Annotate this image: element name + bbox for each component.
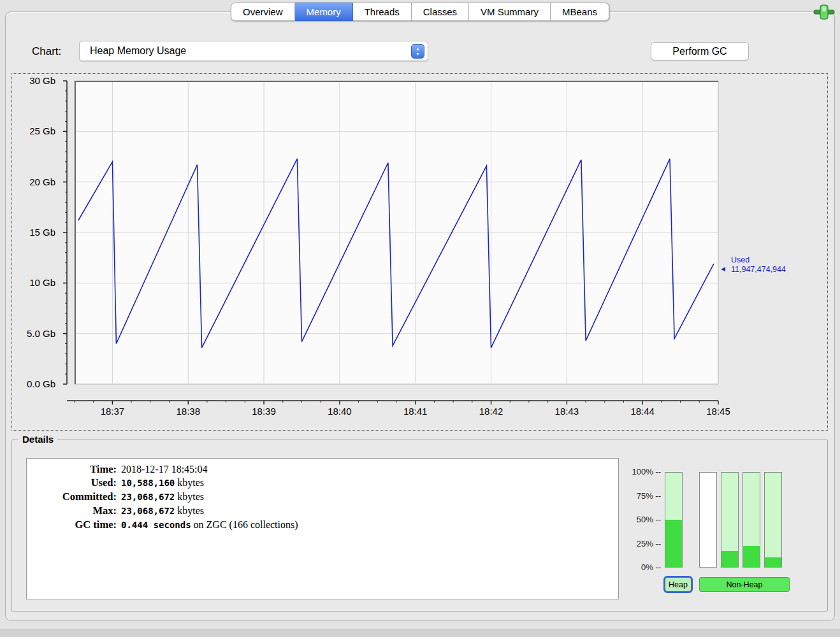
gauge-bar bbox=[721, 472, 739, 568]
used-annotation-value: 11,947,474,944 bbox=[731, 265, 786, 275]
memory-chart: 30 Gb25 Gb20 Gb15 Gb10 Gb5.0 Gb0.0 Gb 18… bbox=[11, 73, 828, 431]
details-title: Details bbox=[18, 434, 57, 445]
detail-value: 23,068,672 bbox=[121, 490, 175, 504]
heap-button[interactable]: Heap bbox=[665, 577, 692, 592]
detail-row: Time:2018-12-17 18:45:04 bbox=[27, 462, 618, 476]
tab-overview[interactable]: Overview bbox=[231, 3, 295, 21]
detail-suffix: kbytes bbox=[175, 476, 204, 489]
gauge-bar bbox=[764, 472, 782, 568]
gauge-bar-fill bbox=[743, 546, 760, 567]
y-tick-label: 30 Gb bbox=[18, 75, 55, 87]
gauge-bar bbox=[742, 472, 760, 568]
details-section: Details Time:2018-12-17 18:45:04Used:10,… bbox=[11, 440, 828, 612]
tab-vm-summary[interactable]: VM Summary bbox=[469, 3, 551, 21]
detail-label: Time: bbox=[27, 462, 121, 476]
y-tick-label: 20 Gb bbox=[18, 176, 55, 188]
x-tick-label: 18:40 bbox=[317, 406, 362, 417]
detail-value: 0.444 seconds bbox=[121, 519, 191, 532]
window-bottom-edge bbox=[0, 629, 840, 637]
perform-gc-button[interactable]: Perform GC bbox=[651, 42, 749, 61]
details-text-panel: Time:2018-12-17 18:45:04Used:10,588,160 … bbox=[26, 458, 619, 599]
detail-suffix: kbytes bbox=[175, 490, 204, 503]
connection-status-icon bbox=[813, 4, 835, 20]
x-tick-label: 18:43 bbox=[544, 406, 589, 417]
x-tick-label: 18:41 bbox=[393, 406, 438, 417]
gauge-tick-label: 50% -- bbox=[623, 515, 661, 524]
nonheap-button[interactable]: Non-Heap bbox=[699, 577, 790, 592]
marker-arrow-icon: ◀ bbox=[721, 264, 725, 274]
gauge-bar-fill bbox=[665, 520, 682, 567]
chart-select[interactable]: Heap Memory Usage ▲▼ bbox=[79, 41, 428, 61]
detail-suffix: kbytes bbox=[175, 504, 204, 517]
x-tick-label: 18:37 bbox=[90, 406, 134, 417]
detail-row: Max:23,068,672 kbytes bbox=[27, 504, 618, 518]
chart-select-label: Chart: bbox=[32, 45, 61, 58]
gauge-tick-label: 75% -- bbox=[623, 491, 661, 501]
y-tick-label: 25 Gb bbox=[18, 125, 55, 137]
detail-label: Committed: bbox=[27, 490, 121, 503]
memory-chart-svg bbox=[62, 78, 725, 422]
gauge-bar-fill bbox=[721, 551, 738, 567]
chart-select-value: Heap Memory Usage bbox=[90, 45, 186, 57]
gauge-tick-label: 25% -- bbox=[623, 539, 661, 548]
gauge-bar-empty bbox=[699, 472, 717, 568]
detail-row: GC time:0.444 seconds on ZGC (166 collec… bbox=[27, 518, 618, 532]
x-tick-label: 18:42 bbox=[469, 406, 514, 417]
detail-row: Used:10,588,160 kbytes bbox=[27, 476, 618, 490]
y-tick-label: 10 Gb bbox=[18, 277, 55, 289]
tab-classes[interactable]: Classes bbox=[412, 3, 469, 21]
tab-mbeans[interactable]: MBeans bbox=[551, 3, 609, 21]
x-tick-label: 18:38 bbox=[166, 406, 210, 417]
detail-label: Max: bbox=[27, 504, 121, 517]
used-annotation-label: Used bbox=[731, 255, 786, 265]
y-tick-label: 0.0 Gb bbox=[18, 378, 55, 390]
y-tick-label: 15 Gb bbox=[18, 227, 55, 238]
chevron-up-down-icon: ▲▼ bbox=[411, 44, 424, 59]
tab-threads[interactable]: Threads bbox=[353, 3, 412, 21]
gauge-bar bbox=[665, 472, 683, 568]
detail-label: GC time: bbox=[27, 518, 121, 531]
gauge-tick-label: 100% -- bbox=[623, 467, 661, 476]
detail-value: 23,068,672 bbox=[121, 505, 175, 518]
tab-bar: OverviewMemoryThreadsClassesVM SummaryMB… bbox=[231, 3, 609, 21]
detail-suffix: on ZGC (166 collections) bbox=[191, 518, 298, 531]
detail-value: 2018-12-17 18:45:04 bbox=[121, 462, 208, 476]
gauge-tick-label: 0% -- bbox=[623, 562, 661, 572]
y-tick-label: 5.0 Gb bbox=[18, 328, 55, 340]
gauge-bar-fill bbox=[765, 557, 781, 567]
detail-row: Committed:23,068,672 kbytes bbox=[27, 490, 618, 504]
x-tick-label: 18:45 bbox=[696, 406, 741, 417]
x-tick-label: 18:39 bbox=[242, 406, 286, 417]
detail-label: Used: bbox=[27, 476, 121, 489]
tab-memory[interactable]: Memory bbox=[295, 3, 353, 21]
detail-value: 10,588,160 bbox=[121, 476, 175, 490]
used-annotation: ◀ Used 11,947,474,944 bbox=[731, 255, 786, 275]
x-tick-label: 18:44 bbox=[620, 406, 665, 417]
